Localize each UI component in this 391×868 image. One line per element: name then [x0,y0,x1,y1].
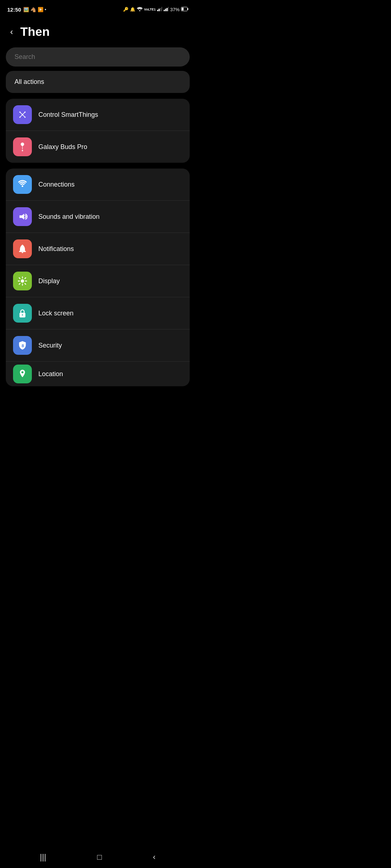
svg-rect-11 [182,8,184,10]
wifi-icon [137,7,143,12]
status-time: 12:50 [7,7,21,13]
all-actions-label: All actions [14,78,44,85]
battery-percent: 37% [170,7,180,12]
list-item-lockscreen[interactable]: Lock screen [6,297,190,329]
settings-group-card: Connections Sounds and vibration [6,169,190,386]
smartthings-icon [13,105,32,124]
security-label: Security [38,342,62,349]
svg-point-0 [139,10,140,11]
status-icons: 🔑 🔔 VoLTE1 37% [123,7,188,12]
svg-point-27 [22,314,23,316]
list-item-sounds[interactable]: Sounds and vibration [6,201,190,233]
back-button[interactable]: ‹ [9,25,14,38]
svg-marker-23 [20,214,24,220]
signal-strength-2 [164,7,169,12]
svg-text:8: 8 [22,343,24,348]
svg-rect-24 [19,251,26,252]
display-label: Display [38,277,60,285]
list-item-location[interactable]: Location [6,362,190,386]
svg-rect-10 [188,8,188,10]
key-icon: 🔑 [123,7,129,12]
list-item-buds[interactable]: Galaxy Buds Pro [6,131,190,163]
svg-rect-3 [160,8,161,11]
connections-icon [13,175,32,194]
svg-line-18 [22,112,25,115]
sounds-label: Sounds and vibration [38,213,100,221]
lockscreen-label: Lock screen [38,310,73,317]
security-icon: 8 [13,336,32,355]
svg-point-21 [22,150,23,152]
svg-point-22 [22,185,24,187]
all-actions-container: All actions [0,71,196,93]
notifications-label: Notifications [38,245,74,253]
header: ‹ Then [0,17,196,47]
buds-label: Galaxy Buds Pro [38,143,87,151]
svg-rect-5 [164,10,165,11]
smartthings-label: Control SmartThings [38,111,98,119]
page-title: Then [20,25,50,39]
svg-rect-2 [159,9,160,11]
notifications-icon [13,239,32,258]
search-input[interactable] [6,47,190,67]
list-item-notifications[interactable]: Notifications [6,233,190,265]
alarm-icon: 🔔 [130,7,135,12]
svg-rect-6 [165,9,166,11]
all-actions-button[interactable]: All actions [6,71,190,93]
svg-line-17 [20,112,22,115]
list-item-security[interactable]: 8 Security [6,329,190,362]
list-item-display[interactable]: Display [6,265,190,297]
smart-group-card: Control SmartThings Galaxy Buds Pro [6,99,190,163]
search-container [0,47,196,67]
lte-indicator: VoLTE1 [144,8,156,11]
status-left: 12:50 🖼️ 🐴 ▶️ • [7,7,46,13]
lockscreen-icon [13,304,32,323]
display-icon [13,272,32,290]
svg-rect-1 [157,10,158,11]
battery-icon [181,7,188,12]
notification-icons: 🖼️ 🐴 ▶️ • [23,7,46,12]
svg-rect-7 [167,8,168,11]
buds-icon [13,137,32,156]
svg-line-19 [20,115,22,117]
status-bar: 12:50 🖼️ 🐴 ▶️ • 🔑 🔔 VoLTE1 37% [0,0,196,17]
svg-rect-4 [161,7,162,11]
svg-rect-8 [168,7,169,11]
signal-strength-1 [157,7,162,12]
svg-point-25 [21,279,24,282]
list-item-smartthings[interactable]: Control SmartThings [6,99,190,131]
list-item-connections[interactable]: Connections [6,169,190,201]
sounds-icon [13,207,32,226]
location-label: Location [38,370,63,378]
location-icon [13,365,32,383]
connections-label: Connections [38,181,75,188]
svg-point-29 [21,371,24,373]
svg-line-20 [22,115,25,117]
